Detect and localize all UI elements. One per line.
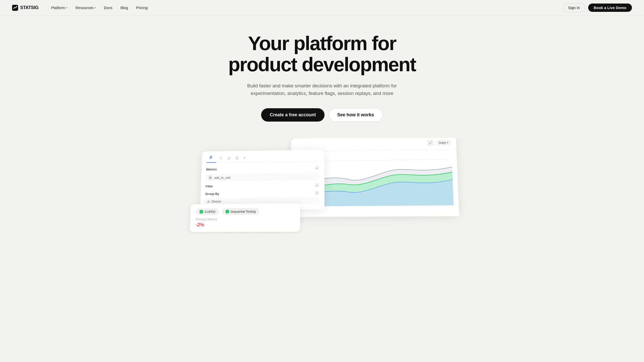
nav-docs[interactable]: Docs (100, 4, 116, 11)
svg-line-2 (305, 159, 452, 161)
primary-metrics-label: Primary Metrics (196, 217, 294, 221)
tab-setup[interactable] (207, 154, 217, 163)
check-icon-2: ✓ (225, 210, 229, 213)
nav-right: Sign In Book a Live Demo (563, 3, 632, 12)
add-filter-button[interactable]: + (314, 183, 319, 188)
device-label: Device (212, 200, 221, 203)
chevron-down-icon: ▾ (66, 6, 67, 9)
nav-pricing[interactable]: Pricing (133, 4, 151, 11)
filter-label: Filter (206, 185, 213, 188)
chart-svg (305, 152, 454, 209)
check-icon: ✓ (199, 210, 204, 214)
add-groupby-button[interactable]: + (314, 190, 319, 196)
tab-layers-icon[interactable]: ≡ (242, 154, 248, 162)
chart-type-icon[interactable]: 📈 (427, 139, 434, 146)
sequential-testing-badge: ✓ Sequential Testing (222, 208, 259, 215)
filter-row: Filter + (206, 183, 320, 189)
book-demo-button[interactable]: Book a Live Demo (588, 4, 632, 12)
tab-chart-icon[interactable]: ||| (234, 154, 240, 162)
dashboard-inner: 📈 Daily ▾ 150K 75K (190, 138, 460, 230)
tab-target-icon[interactable]: ◎ (225, 154, 232, 162)
hero-cta-group: Create a free account See how it works (261, 108, 383, 122)
nav-platform[interactable]: Platform ▾ (48, 4, 71, 11)
logo-text: STATSIG (20, 5, 38, 10)
hero-section: Your platform for product development Bu… (0, 0, 644, 122)
stat-negative-value: -2% (195, 222, 294, 228)
time-range-dropdown[interactable]: Daily ▾ (436, 140, 451, 146)
groupby-label: Group By (205, 192, 219, 196)
metric-name: add_to_cart (214, 176, 230, 179)
hero-heading: Your platform for product development (228, 33, 416, 75)
signin-button[interactable]: Sign In (563, 3, 585, 12)
experiment-tabs: ▽ ◎ ||| ≡ (202, 150, 324, 163)
stats-card: ✓ CUPED ✓ Sequential Testing Primary Met… (190, 203, 300, 232)
see-how-it-works-button[interactable]: See how it works (329, 108, 383, 122)
metric-badge: A (208, 176, 212, 180)
dashboard-preview-wrapper: 📈 Daily ▾ 150K 75K (0, 138, 644, 234)
metrics-label: Metrics (206, 167, 217, 171)
experiment-icon (209, 156, 214, 160)
svg-line-6 (210, 158, 211, 159)
statsig-logo-icon (12, 5, 18, 11)
logo[interactable]: STATSIG (12, 5, 38, 11)
nav-resources[interactable]: Resources ▾ (72, 4, 99, 11)
nav-left: STATSIG Platform ▾ Resources ▾ Docs Blog… (12, 4, 151, 11)
experiment-panel: ▽ ◎ ||| ≡ Metrics + A add_to_cart Filter… (200, 150, 325, 210)
nav-blog[interactable]: Blog (117, 4, 132, 11)
nav-links: Platform ▾ Resources ▾ Docs Blog Pricing (48, 4, 151, 11)
groupby-row: Group By + (205, 190, 320, 197)
cuped-badge: ✓ CUPED (196, 208, 219, 215)
metrics-row: Metrics + (206, 165, 319, 172)
tab-filter-icon[interactable]: ▽ (218, 154, 224, 162)
badge-row: ✓ CUPED ✓ Sequential Testing (196, 208, 294, 215)
experiment-body: Metrics + A add_to_cart Filter + Group B… (200, 162, 325, 210)
navbar: STATSIG Platform ▾ Resources ▾ Docs Blog… (0, 0, 644, 16)
create-account-button[interactable]: Create a free account (261, 108, 324, 122)
metric-item-add-to-cart[interactable]: A add_to_cart (206, 173, 320, 181)
svg-point-7 (211, 156, 211, 157)
add-metric-button[interactable]: + (314, 165, 319, 171)
chevron-down-icon: ▾ (447, 141, 448, 144)
chevron-down-icon: ▾ (95, 6, 96, 9)
hero-subtext: Build faster and make smarter decisions … (247, 82, 397, 97)
svg-point-1 (16, 6, 17, 7)
